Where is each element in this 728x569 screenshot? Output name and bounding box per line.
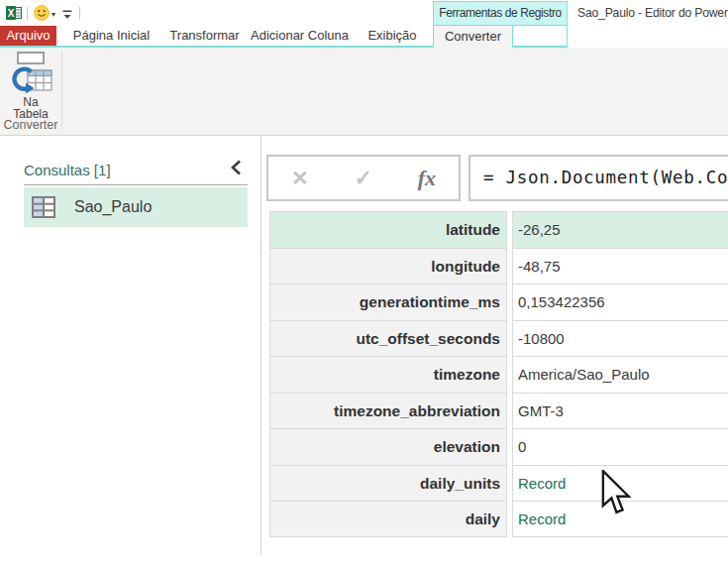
mouse-cursor (600, 470, 632, 519)
ribbon-group-converter: Na Tabela Converter (0, 48, 61, 135)
contextual-tab-group-header: Ferramentas de Registro (433, 1, 568, 26)
qat-separator (27, 7, 28, 20)
record-row: timezone_abbreviationGMT-3 (269, 393, 728, 429)
title-bar: X ▾ Ferramentas de Registro Sao_Paulo - … (0, 0, 728, 26)
record-value: -48,75 (512, 248, 728, 284)
tab-converter[interactable]: Converter (433, 26, 513, 48)
record-row: daily_unitsRecord (269, 465, 728, 502)
record-row: utc_offset_seconds-10800 (269, 320, 728, 357)
tab-transformar[interactable]: Transformar (165, 26, 244, 46)
record-row: dailyRecord (269, 501, 728, 537)
accept-icon[interactable]: ✓ (354, 166, 371, 191)
record-row: longitude-48,75 (269, 248, 728, 284)
qat-separator (79, 7, 80, 20)
ribbon-tab-row: Arquivo Página InicialTransformarAdicion… (0, 26, 728, 48)
record-value: -10800 (512, 320, 728, 357)
power-query-editor-window: X ▾ Ferramentas de Registro Sao_Paulo - … (0, 0, 728, 569)
table-icon (32, 195, 55, 223)
record-key[interactable]: timezone (269, 356, 507, 393)
formula-bar-buttons: ✕ ✓ fx (266, 155, 461, 201)
smiley-icon[interactable] (34, 5, 50, 25)
fx-icon[interactable]: fx (418, 166, 436, 191)
record-value: America/Sao_Paulo (512, 356, 728, 393)
record-key[interactable]: utc_offset_seconds (269, 320, 507, 357)
ribbon: Na Tabela Converter (0, 48, 728, 136)
ribbon-group-separator (61, 51, 62, 130)
record-key[interactable]: latitude (269, 211, 507, 248)
record-value: 0,153422356 (512, 284, 728, 320)
queries-pane-divider[interactable] (260, 136, 261, 555)
convert-to-table-icon (8, 52, 53, 93)
record-row: timezoneAmerica/Sao_Paulo (269, 356, 728, 393)
excel-logo-icon[interactable]: X (6, 5, 22, 25)
smiley-dropdown-caret[interactable]: ▾ (52, 10, 55, 19)
window-title: Sao_Paulo - Editor do Power (577, 0, 728, 26)
contextual-group-fill (513, 26, 568, 46)
query-item-sao-paulo[interactable]: Sao_Paulo (24, 187, 248, 227)
record-row: generationtime_ms0,153422356 (269, 284, 728, 320)
tab-adicionar-coluna[interactable]: Adicionar Coluna (251, 26, 349, 46)
record-value: 0 (512, 428, 728, 465)
queries-header-underline (24, 184, 248, 185)
tab-exibição[interactable]: Exibição (363, 26, 422, 46)
record-value: -26,25 (512, 211, 728, 248)
record-key[interactable]: elevation (269, 428, 507, 465)
record-value: GMT-3 (512, 393, 728, 429)
record-row: latitude-26,25 (269, 211, 728, 248)
record-table: latitude-26,25longitude-48,75generationt… (269, 211, 728, 537)
query-name: Sao_Paulo (74, 187, 152, 227)
record-key[interactable]: daily_units (269, 465, 507, 502)
record-key[interactable]: generationtime_ms (269, 284, 507, 320)
queries-pane-header: Consultas [1] (24, 162, 111, 178)
formula-input[interactable]: = Json.Document(Web.Co (468, 155, 728, 201)
collapse-pane-chevron-icon[interactable] (229, 159, 243, 180)
na-tabela-button[interactable]: Na Tabela (2, 48, 59, 119)
record-key[interactable]: longitude (269, 248, 507, 284)
ribbon-tabs: Página InicialTransformarAdicionar Colun… (0, 26, 433, 48)
svg-text:X: X (8, 8, 15, 19)
tab-página-inicial[interactable]: Página Inicial (63, 26, 159, 46)
customize-quick-access-icon[interactable] (61, 7, 73, 25)
cancel-icon[interactable]: ✕ (291, 167, 309, 190)
record-row: elevation0 (269, 428, 728, 465)
record-key[interactable]: daily (269, 501, 507, 537)
ribbon-group-label: Converter (0, 118, 61, 132)
record-key[interactable]: timezone_abbreviation (269, 393, 507, 429)
